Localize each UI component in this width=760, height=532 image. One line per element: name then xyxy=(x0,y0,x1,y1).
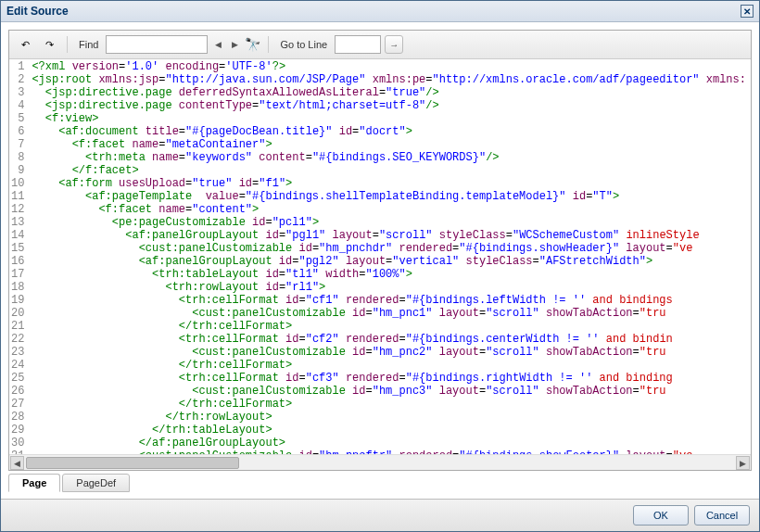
line-number: 1 xyxy=(11,60,24,73)
line-number: 29 xyxy=(11,424,24,437)
line-number: 15 xyxy=(11,242,24,255)
code-line[interactable]: </af:panelGroupLayout> xyxy=(32,437,747,450)
line-number: 17 xyxy=(11,268,24,281)
line-number: 12 xyxy=(11,203,24,216)
cancel-button[interactable]: Cancel xyxy=(694,505,750,526)
scroll-right-icon[interactable]: ▶ xyxy=(736,456,750,470)
bottom-tabs: Page PageDef xyxy=(8,473,752,491)
line-number: 23 xyxy=(11,346,24,359)
tab-pagedef[interactable]: PageDef xyxy=(62,474,130,492)
ok-button[interactable]: OK xyxy=(633,505,689,526)
line-number: 10 xyxy=(11,177,24,190)
code-line[interactable]: <trh:cellFormat id="cf3" rendered="#{bin… xyxy=(32,372,747,385)
line-number: 26 xyxy=(11,385,24,398)
line-number: 4 xyxy=(11,99,24,112)
line-number: 7 xyxy=(11,138,24,151)
content: ↶ ↷ Find ◀ ▶ 🔭 Go to Line → 123456789101… xyxy=(1,22,759,499)
code-editor[interactable]: 1234567891011121314151617181920212223242… xyxy=(9,59,751,454)
line-number: 13 xyxy=(11,216,24,229)
line-number: 25 xyxy=(11,372,24,385)
code-line[interactable]: </trh:rowLayout> xyxy=(32,411,747,424)
dialog-footer: OK Cancel xyxy=(1,499,759,531)
code-line[interactable]: <?xml version='1.0' encoding='UTF-8'?> xyxy=(32,60,747,73)
line-number: 24 xyxy=(11,359,24,372)
toolbar: ↶ ↷ Find ◀ ▶ 🔭 Go to Line → xyxy=(9,31,751,59)
horizontal-scrollbar[interactable]: ◀ ▶ xyxy=(9,454,751,470)
goto-label: Go to Line xyxy=(276,39,331,50)
tab-page[interactable]: Page xyxy=(8,474,60,492)
scroll-left-icon[interactable]: ◀ xyxy=(10,456,24,470)
line-number: 5 xyxy=(11,112,24,125)
line-number: 16 xyxy=(11,255,24,268)
code-line[interactable]: <jsp:root xmlns:jsp="http://java.sun.com… xyxy=(32,73,747,86)
line-gutter: 1234567891011121314151617181920212223242… xyxy=(9,59,28,454)
line-number: 18 xyxy=(11,281,24,294)
code-line[interactable]: <f:facet name="metaContainer"> xyxy=(32,138,747,151)
find-label: Find xyxy=(75,39,102,50)
line-number: 21 xyxy=(11,320,24,333)
code-line[interactable]: <jsp:directive.page contentType="text/ht… xyxy=(32,99,747,112)
find-prev-icon[interactable]: ◀ xyxy=(211,38,224,51)
code-line[interactable]: <af:panelGroupLayout id="pgl2" layout="v… xyxy=(32,255,747,268)
line-number: 19 xyxy=(11,294,24,307)
code-line[interactable]: <f:facet name="content"> xyxy=(32,203,747,216)
line-number: 2 xyxy=(11,73,24,86)
code-line[interactable]: </trh:cellFormat> xyxy=(32,398,747,411)
line-number: 22 xyxy=(11,333,24,346)
line-number: 9 xyxy=(11,164,24,177)
line-number: 3 xyxy=(11,86,24,99)
line-number: 11 xyxy=(11,190,24,203)
line-number: 6 xyxy=(11,125,24,138)
line-number: 27 xyxy=(11,398,24,411)
titlebar: Edit Source ✕ xyxy=(1,1,759,22)
code-line[interactable]: <trh:cellFormat id="cf1" rendered="#{bin… xyxy=(32,294,747,307)
editor-container: ↶ ↷ Find ◀ ▶ 🔭 Go to Line → 123456789101… xyxy=(8,30,752,471)
code-line[interactable]: </f:facet> xyxy=(32,164,747,177)
code-line[interactable]: </trh:tableLayout> xyxy=(32,424,747,437)
code-line[interactable]: <cust:panelCustomizable id="hm_pnchdr" r… xyxy=(32,242,747,255)
code-line[interactable]: </trh:cellFormat> xyxy=(32,320,747,333)
undo-icon[interactable]: ↶ xyxy=(15,34,35,55)
code-line[interactable]: <f:view> xyxy=(32,112,747,125)
code-line[interactable]: <af:form usesUpload="true" id="f1"> xyxy=(32,177,747,190)
line-number: 28 xyxy=(11,411,24,424)
code-line[interactable]: <af:document title="#{pageDocBean.title}… xyxy=(32,125,747,138)
goto-button[interactable]: → xyxy=(385,35,403,54)
line-number: 30 xyxy=(11,437,24,450)
dialog-title: Edit Source xyxy=(6,5,69,18)
code-line[interactable]: <cust:panelCustomizable id="hm_pnc3" lay… xyxy=(32,385,747,398)
find-next-icon[interactable]: ▶ xyxy=(228,38,241,51)
binoculars-icon[interactable]: 🔭 xyxy=(245,37,260,52)
code-line[interactable]: <trh:cellFormat id="cf2" rendered="#{bin… xyxy=(32,333,747,346)
line-number: 8 xyxy=(11,151,24,164)
code-line[interactable]: <trh:meta name="keywords" content="#{bin… xyxy=(32,151,747,164)
line-number: 14 xyxy=(11,229,24,242)
goto-line-input[interactable] xyxy=(335,35,381,54)
edit-source-dialog: Edit Source ✕ ↶ ↷ Find ◀ ▶ 🔭 Go to Line … xyxy=(0,0,760,532)
code-content[interactable]: <?xml version='1.0' encoding='UTF-8'?><j… xyxy=(28,59,751,454)
scroll-thumb[interactable] xyxy=(26,457,239,469)
code-line[interactable]: <pe:pageCustomizable id="pcl1"> xyxy=(32,216,747,229)
redo-icon[interactable]: ↷ xyxy=(39,34,59,55)
code-line[interactable]: <trh:tableLayout id="tl1" width="100%"> xyxy=(32,268,747,281)
code-line[interactable]: <jsp:directive.page deferredSyntaxAllowe… xyxy=(32,86,747,99)
find-input[interactable] xyxy=(106,35,208,54)
code-line[interactable]: <af:pageTemplate value="#{bindings.shell… xyxy=(32,190,747,203)
close-icon[interactable]: ✕ xyxy=(741,5,754,18)
code-line[interactable]: <cust:panelCustomizable id="hm_pnc2" lay… xyxy=(32,346,747,359)
separator xyxy=(67,36,68,53)
code-line[interactable]: <trh:rowLayout id="rl1"> xyxy=(32,281,747,294)
code-line[interactable]: </trh:cellFormat> xyxy=(32,359,747,372)
code-line[interactable]: <cust:panelCustomizable id="hm_pnc1" lay… xyxy=(32,307,747,320)
code-line[interactable]: <af:panelGroupLayout id="pgl1" layout="s… xyxy=(32,229,747,242)
line-number: 20 xyxy=(11,307,24,320)
separator xyxy=(268,36,269,53)
